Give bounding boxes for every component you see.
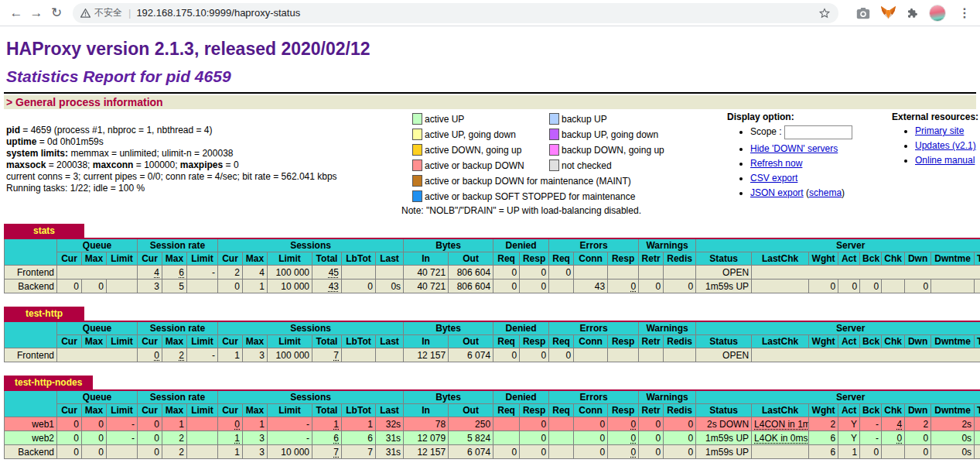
column-header: Resp <box>608 252 639 266</box>
table-cell: 100 000 <box>268 348 312 362</box>
column-header: Wght <box>809 252 838 266</box>
table-row: web200-0213-6631s12 0795 824000001m59s U… <box>5 431 980 445</box>
tooltip-value: 1 <box>333 419 339 430</box>
option-item: JSON export (schema) <box>750 187 886 198</box>
column-header: Limit <box>187 252 218 266</box>
table-cell: 0 <box>138 431 162 445</box>
option-link[interactable]: CSV export <box>750 173 797 183</box>
column-header: Req <box>493 335 520 348</box>
column-header: Max <box>243 404 268 417</box>
table-cell: - <box>975 417 980 431</box>
group-header-row: QueueSession rateSessionsBytesDeniedErro… <box>5 321 980 335</box>
table-cell: 2 <box>162 431 187 445</box>
table-cell: 0 <box>639 280 664 293</box>
option-link[interactable]: Online manual <box>915 155 975 166</box>
table-cell <box>342 266 376 280</box>
table-cell: 7 <box>342 445 376 459</box>
table-cell: 0 <box>664 417 696 431</box>
table-cell: 0 <box>218 280 243 293</box>
column-header: Total <box>312 404 342 417</box>
column-header: Limit <box>268 335 312 348</box>
security-chip[interactable]: 不安全 <box>80 6 122 19</box>
group-header: Session rate <box>138 238 218 252</box>
browser-menu-button[interactable]: ⋮ <box>955 5 974 20</box>
table-cell: 43 <box>312 280 342 293</box>
process-info-line: Running tasks: 1/22; idle = 100 % <box>6 183 412 194</box>
column-header: Thrtle <box>975 252 980 266</box>
table-cell: 0 <box>549 348 574 362</box>
back-button[interactable]: ← <box>6 3 26 23</box>
table-cell: 5 <box>162 280 187 293</box>
option-link[interactable]: Primary site <box>915 125 964 136</box>
column-header: Redis <box>664 252 696 266</box>
table-cell: 0 <box>608 445 639 459</box>
table-cell: 5 824 <box>449 431 493 445</box>
column-header: Total <box>312 335 342 348</box>
table-cell: 6 <box>809 431 838 445</box>
row-name: Frontend <box>5 348 57 362</box>
table-cell <box>376 266 404 280</box>
reload-button[interactable]: ↻ <box>46 3 67 23</box>
tooltip-value: 7 <box>333 350 339 361</box>
option-link[interactable]: Refresh now <box>750 158 802 169</box>
column-header: Limit <box>268 252 312 266</box>
proxy-name-link[interactable]: stats <box>33 225 55 236</box>
table-cell: 0 <box>664 431 696 445</box>
column-header: Limit <box>268 404 312 417</box>
legend-swatch <box>412 113 422 125</box>
group-header: Bytes <box>404 390 493 404</box>
group-header: Errors <box>549 390 639 404</box>
process-info-text: = 200038; <box>46 159 92 170</box>
group-header: Queue <box>57 390 138 404</box>
table-cell: - <box>268 431 312 445</box>
group-header-row: QueueSession rateSessionsBytesDeniedErro… <box>5 238 980 252</box>
bookmark-star-icon[interactable] <box>818 7 831 19</box>
table-cell: 0 <box>860 280 882 293</box>
table-cell: 806 604 <box>449 280 493 293</box>
process-info-text: current conns = 3; current pipes = 0/0; … <box>6 171 337 182</box>
table-cell <box>187 417 218 431</box>
proxy-name-link[interactable]: test-http-nodes <box>15 377 82 388</box>
warning-triangle-icon <box>80 9 90 18</box>
table-cell: 0 <box>639 417 664 431</box>
column-header-row: CurMaxLimitCurMaxLimitCurMaxLimitTotalLb… <box>5 404 980 417</box>
column-header: Limit <box>187 335 218 348</box>
table-cell: 0 <box>905 280 931 293</box>
group-header: Errors <box>549 321 639 335</box>
legend-label: active or backup SOFT STOPPED for mainte… <box>425 190 715 203</box>
option-link[interactable]: Hide 'DOWN' servers <box>750 143 838 154</box>
corner-cell <box>5 321 57 348</box>
table-cell: 1m59s UP <box>696 280 752 293</box>
table-cell: 0 <box>574 417 608 431</box>
column-header: Out <box>449 252 493 266</box>
extensions-puzzle-icon[interactable] <box>906 6 920 20</box>
column-header: Resp <box>520 335 549 348</box>
forward-button[interactable]: → <box>26 3 46 23</box>
table-cell <box>664 266 696 280</box>
group-header: Queue <box>57 238 138 252</box>
table-cell: 0s <box>931 431 975 445</box>
table-cell: 1 <box>218 431 243 445</box>
table-cell: 0 <box>57 280 82 293</box>
column-header: Resp <box>520 252 549 266</box>
screenshot-camera-icon[interactable] <box>855 6 871 20</box>
legend-label: backup DOWN, going up <box>562 144 715 156</box>
table-cell <box>608 266 639 280</box>
option-link[interactable]: JSON export <box>750 187 804 198</box>
table-cell: 12 157 <box>404 348 449 362</box>
process-info-line: pid = 4659 (process #1, nbproc = 1, nbth… <box>6 125 412 136</box>
option-link[interactable]: Updates (v2.1) <box>915 140 976 151</box>
option-link[interactable]: schema <box>809 187 842 198</box>
profile-avatar[interactable] <box>929 5 946 22</box>
proxy-name-link[interactable]: test-http <box>26 308 63 319</box>
page-title[interactable]: HAProxy version 2.1.3, released 2020/02/… <box>6 39 974 60</box>
address-bar[interactable]: 不安全 | 192.168.175.10:9999/haproxy-status <box>73 3 838 23</box>
option-item: Hide 'DOWN' servers <box>750 143 886 154</box>
table-cell: L4OK in 0ms <box>752 431 809 445</box>
table-cell <box>549 431 574 445</box>
scope-input[interactable] <box>784 125 852 139</box>
table-cell <box>187 445 218 459</box>
table-cell: 4 <box>882 417 905 431</box>
metamask-fox-icon[interactable] <box>880 5 896 20</box>
table-cell: 0 <box>882 431 905 445</box>
